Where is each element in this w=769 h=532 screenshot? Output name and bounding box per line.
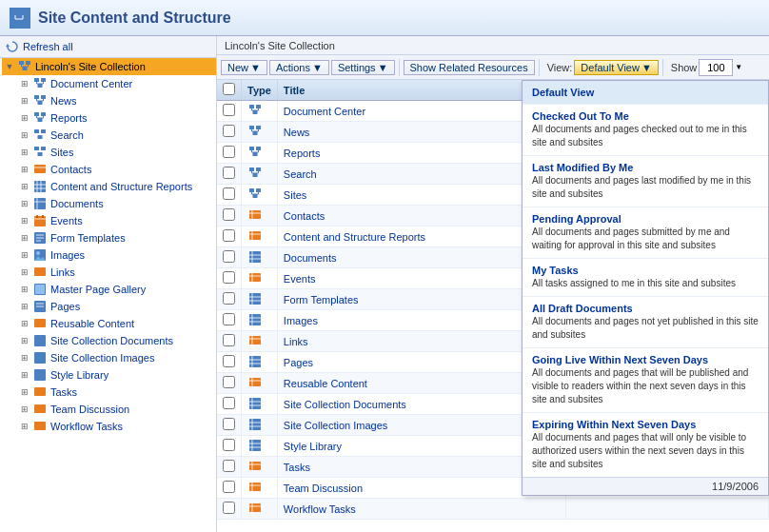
dropdown-item-going-live[interactable]: Going Live Within Next Seven Days All do… [523, 348, 768, 413]
select-all-checkbox[interactable] [223, 83, 235, 95]
dropdown-item-last-modified[interactable]: Last Modified By Me All documents and pa… [523, 156, 768, 207]
dropdown-item-default-view[interactable]: Default View [523, 81, 768, 105]
row-checkbox[interactable] [223, 271, 235, 284]
svg-rect-68 [34, 369, 46, 381]
row-checkbox[interactable] [223, 502, 235, 514]
sidebar-item-site-collection-documents[interactable]: ⊞ Site Collection Documents [17, 332, 216, 349]
row-type-icon [247, 187, 263, 202]
row-checkbox[interactable] [223, 167, 235, 179]
svg-rect-123 [249, 336, 261, 345]
row-type-icon [247, 438, 263, 453]
row-checkbox[interactable] [223, 125, 235, 137]
svg-rect-148 [249, 483, 261, 491]
row-checkbox[interactable] [223, 397, 235, 409]
sidebar-item-content-structure[interactable]: ⊞ Content and Structure Reports [17, 178, 216, 195]
view-arrow-icon: ▼ [641, 62, 652, 73]
svg-rect-36 [41, 147, 46, 150]
sidebar-item-pages[interactable]: ⊞ Pages [17, 298, 216, 315]
row-checkbox-cell [217, 289, 242, 310]
settings-button[interactable]: Settings ▼ [331, 60, 395, 75]
row-checkbox[interactable] [223, 376, 235, 388]
sidebar-item-reports[interactable]: ⊞ Reports [17, 109, 216, 127]
svg-rect-15 [41, 78, 46, 82]
row-checkbox[interactable] [223, 292, 235, 305]
page-header: Site Content and Structure [0, 0, 769, 36]
row-checkbox-cell [217, 499, 242, 520]
row-checkbox-cell [217, 331, 242, 352]
row-type-cell [242, 415, 278, 436]
row-type-icon [247, 249, 263, 265]
show-related-button[interactable]: Show Related Resources [404, 60, 535, 75]
row-checkbox[interactable] [223, 313, 235, 325]
row-checkbox[interactable] [223, 229, 235, 242]
sidebar-item-documents[interactable]: ⊞ Documents [17, 195, 216, 212]
new-button[interactable]: New ▼ [221, 60, 267, 75]
sidebar-item-search[interactable]: ⊞ Search [17, 127, 216, 144]
dropdown-item-expiring[interactable]: Expiring Within Next Seven Days All docu… [523, 413, 768, 477]
sidebar-item-images[interactable]: ⊞ Images [17, 246, 216, 264]
sidebar-item-style-library[interactable]: ⊞ Style Library [17, 366, 216, 384]
default-view-button[interactable]: Default View ▼ [574, 60, 658, 75]
row-type-cell [242, 436, 278, 457]
row-checkbox[interactable] [223, 355, 235, 367]
row-checkbox[interactable] [223, 439, 235, 451]
svg-rect-37 [38, 152, 43, 156]
row-type-icon [247, 333, 263, 348]
row-checkbox[interactable] [223, 460, 235, 472]
row-checkbox[interactable] [223, 334, 235, 346]
svg-rect-65 [34, 319, 46, 327]
expand-root[interactable]: ▼ [2, 59, 17, 74]
sidebar-item-workflow-tasks[interactable]: ⊞ Workflow Tasks [17, 418, 216, 435]
row-checkbox[interactable] [223, 481, 235, 493]
svg-rect-71 [34, 422, 46, 430]
sidebar-item-site-collection-images[interactable]: ⊞ Site Collection Images [17, 349, 216, 366]
svg-rect-141 [249, 440, 261, 451]
row-checkbox[interactable] [223, 187, 235, 200]
svg-rect-108 [249, 251, 261, 263]
svg-rect-59 [34, 267, 46, 276]
row-checkbox[interactable] [223, 208, 235, 221]
show-count-input[interactable] [699, 59, 733, 76]
sidebar-item-events[interactable]: ⊞ Events [17, 212, 216, 229]
sidebar-item-links[interactable]: ⊞ Links [17, 264, 216, 281]
row-checkbox-cell [217, 373, 242, 394]
row-checkbox[interactable] [223, 104, 235, 116]
sidebar-item-reusable-content[interactable]: ⊞ Reusable Content [17, 315, 216, 332]
row-checkbox-cell [217, 122, 242, 143]
row-type-icon [247, 166, 263, 181]
row-checkbox-cell [217, 101, 242, 122]
dropdown-item-pending[interactable]: Pending Approval All documents and pages… [523, 207, 768, 259]
sidebar-item-document-center[interactable]: ⊞ Document Center [17, 75, 216, 92]
sidebar-item-contacts[interactable]: ⊞ Contacts [17, 161, 216, 178]
sidebar-item-master-page-gallery[interactable]: ⊞ Master Page Gallery [17, 281, 216, 298]
svg-rect-45 [34, 198, 46, 209]
sidebar-item-tasks[interactable]: ⊞ Tasks [17, 384, 216, 401]
show-arrow-icon[interactable]: ▼ [735, 63, 742, 71]
sidebar-item-sites[interactable]: ⊞ Sites [17, 144, 216, 161]
row-checkbox[interactable] [223, 418, 235, 430]
svg-rect-22 [38, 101, 43, 105]
dropdown-item-my-tasks[interactable]: My Tasks All tasks assigned to me in thi… [523, 259, 768, 297]
row-type-icon [247, 459, 263, 474]
svg-rect-9 [26, 61, 30, 65]
row-type-cell [242, 499, 278, 520]
sidebar-item-news[interactable]: ⊞ News [17, 92, 216, 109]
row-checkbox[interactable] [223, 250, 235, 263]
view-dropdown: Default View Checked Out To Me All docum… [522, 80, 769, 496]
dropdown-item-all-draft[interactable]: All Draft Documents All documents and pa… [523, 297, 768, 348]
refresh-all-button[interactable]: Refresh all [0, 36, 216, 58]
actions-button[interactable]: Actions ▼ [269, 60, 329, 75]
row-checkbox-cell [217, 310, 242, 331]
dropdown-item-checked-out[interactable]: Checked Out To Me All documents and page… [523, 105, 768, 156]
row-checkbox[interactable] [223, 146, 235, 158]
row-type-cell [242, 478, 278, 499]
svg-rect-78 [249, 126, 254, 129]
sidebar-item-root[interactable]: ▼ Lincoln's Site Collection [2, 58, 216, 75]
row-type-cell [242, 394, 278, 415]
svg-rect-72 [249, 105, 254, 108]
row-type-cell [242, 352, 278, 373]
svg-rect-27 [41, 112, 46, 116]
sidebar-item-form-templates[interactable]: ⊞ Form Templates [17, 229, 216, 246]
row-title-cell[interactable]: Workflow Tasks [277, 499, 565, 520]
sidebar-item-team-discussion[interactable]: ⊞ Team Discussion [17, 401, 216, 418]
